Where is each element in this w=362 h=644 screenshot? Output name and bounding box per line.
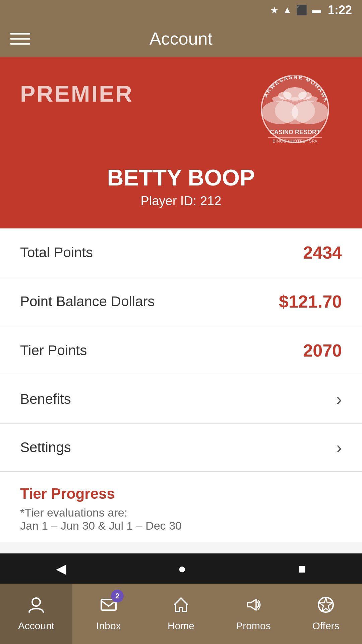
settings-chevron-icon: › — [336, 438, 342, 457]
nav-item-home[interactable]: Home — [145, 584, 217, 644]
nav-item-account[interactable]: Account — [0, 584, 72, 644]
total-points-row: Total Points 2434 — [0, 228, 362, 277]
hero-top: PREMIER — [20, 74, 342, 158]
status-bar: ★ ▲ ⬛ ▬ 1:22 — [0, 0, 362, 20]
nav-home-label: Home — [168, 620, 194, 632]
nav-offers-label: Offers — [312, 620, 339, 632]
bottom-nav: Account 2 Inbox Home Promos — [0, 584, 362, 644]
benefits-label: Benefits — [20, 391, 71, 407]
tier-progress-dates: Jan 1 – Jun 30 & Jul 1 – Dec 30 — [20, 519, 342, 532]
android-bar: ◀ ● ■ — [0, 553, 362, 584]
promos-icon — [245, 596, 262, 618]
svg-point-16 — [318, 597, 333, 612]
point-balance-label: Point Balance Dollars — [20, 293, 155, 310]
menu-line-2 — [10, 38, 30, 40]
settings-row[interactable]: Settings › — [0, 424, 362, 472]
tier-points-value: 2070 — [303, 340, 342, 361]
home-icon — [172, 596, 190, 618]
point-balance-value: $121.70 — [279, 291, 342, 312]
tier-progress-note: *Tier evaluations are: — [20, 506, 342, 519]
svg-point-14 — [32, 598, 40, 606]
battery-icon: ▬ — [312, 5, 321, 15]
benefits-chevron-icon: › — [336, 389, 342, 409]
menu-line-1 — [10, 33, 30, 35]
nav-promos-label: Promos — [236, 620, 270, 632]
inbox-badge: 2 — [111, 590, 124, 602]
recent-button[interactable]: ■ — [298, 561, 306, 576]
player-id-value: 212 — [200, 194, 221, 208]
nav-account-label: Account — [18, 620, 54, 632]
home-button[interactable]: ● — [178, 561, 186, 576]
tier-points-row: Tier Points 2070 — [0, 326, 362, 375]
svg-text:BINGO • HOTEL • SPA: BINGO • HOTEL • SPA — [273, 139, 317, 144]
player-id-label: Player ID: — [141, 194, 197, 208]
status-time: 1:22 — [328, 3, 352, 17]
back-button[interactable]: ◀ — [56, 561, 66, 576]
point-balance-row: Point Balance Dollars $121.70 — [0, 277, 362, 326]
settings-label: Settings — [20, 439, 71, 455]
svg-point-9 — [275, 97, 315, 124]
bluetooth-icon: ★ — [270, 5, 279, 16]
nav-item-offers[interactable]: Offers — [290, 584, 362, 644]
player-id: Player ID: 212 — [141, 194, 222, 208]
player-name: BETTY BOOP — [107, 164, 255, 191]
top-header: Account — [0, 20, 362, 57]
nav-item-promos[interactable]: Promos — [217, 584, 290, 644]
status-icons: ★ ▲ ⬛ ▬ — [270, 5, 321, 16]
wifi-icon: ▲ — [283, 5, 292, 15]
tier-progress-section: Tier Progress *Tier evaluations are: Jan… — [0, 472, 362, 542]
tier-progress-title: Tier Progress — [20, 485, 342, 502]
menu-line-3 — [10, 43, 30, 45]
nav-inbox-label: Inbox — [96, 620, 121, 632]
signal-icon: ⬛ — [296, 5, 308, 16]
menu-button[interactable] — [10, 29, 34, 49]
stats-section: Total Points 2434 Point Balance Dollars … — [0, 228, 362, 375]
casino-logo: AKWESASNE MOHAWK CASINO RESORT BINGO • H… — [248, 74, 342, 158]
tier-label: PREMIER — [20, 80, 133, 107]
tier-points-label: Tier Points — [20, 342, 87, 359]
offers-icon — [317, 596, 335, 618]
page-title: Account — [149, 29, 213, 49]
account-icon — [27, 596, 45, 618]
benefits-row[interactable]: Benefits › — [0, 375, 362, 424]
total-points-label: Total Points — [20, 245, 93, 261]
total-points-value: 2434 — [303, 243, 342, 263]
svg-text:CASINO RESORT: CASINO RESORT — [270, 129, 320, 136]
hero-section: PREMIER — [0, 57, 362, 228]
nav-item-inbox[interactable]: 2 Inbox — [72, 584, 145, 644]
